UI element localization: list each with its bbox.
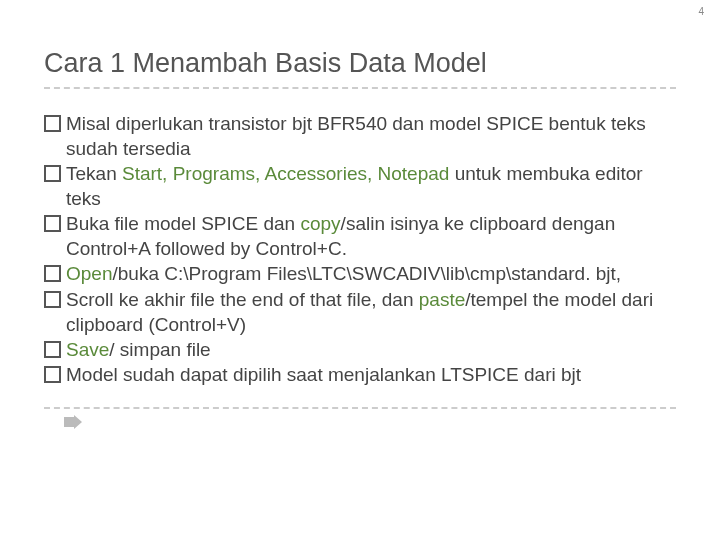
bullet-item: Misal diperlukan transistor bjt BFR540 d…	[44, 111, 676, 161]
slide-title: Cara 1 Menambah Basis Data Model	[44, 48, 676, 79]
bullet-text: /buka C:\Program Files\LTC\SWCADIV\lib\c…	[112, 263, 621, 284]
accent-text: paste	[419, 289, 465, 310]
slide: Cara 1 Menambah Basis Data Model Misal d…	[0, 0, 720, 429]
footer-divider	[44, 407, 676, 409]
content-area: Misal diperlukan transistor bjt BFR540 d…	[44, 111, 676, 387]
bullet-item: Save/ simpan file	[44, 337, 676, 362]
bullet-text: Tekan	[66, 163, 122, 184]
bullet-text: Scroll ke akhir file the end of that fil…	[66, 289, 419, 310]
bullet-text: Buka file model SPICE dan	[66, 213, 300, 234]
bullet-text: Model sudah dapat dipilih saat menjalank…	[66, 364, 581, 385]
bullet-item: Open/buka C:\Program Files\LTC\SWCADIV\l…	[44, 261, 676, 286]
bullet-item: Model sudah dapat dipilih saat menjalank…	[44, 362, 676, 387]
bullet-text: / simpan file	[109, 339, 210, 360]
accent-text: copy	[300, 213, 340, 234]
bullet-item: Scroll ke akhir file the end of that fil…	[44, 287, 676, 337]
bullet-item: Tekan Start, Programs, Accessories, Note…	[44, 161, 676, 211]
page-number: 4	[698, 6, 704, 17]
bullet-text: Misal diperlukan transistor bjt BFR540 d…	[66, 113, 646, 159]
arrow-icon	[64, 415, 676, 429]
bullet-item: Buka file model SPICE dan copy/salin isi…	[44, 211, 676, 261]
accent-text: Start, Programs, Accessories, Notepad	[122, 163, 449, 184]
accent-text: Open	[66, 263, 112, 284]
svg-marker-0	[64, 415, 82, 429]
accent-text: Save	[66, 339, 109, 360]
title-divider	[44, 87, 676, 89]
